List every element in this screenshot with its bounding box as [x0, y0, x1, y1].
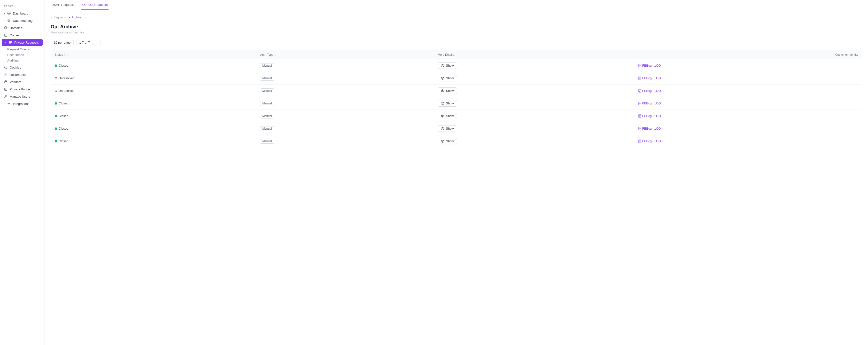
- svg-point-50: [442, 128, 443, 129]
- auth-type-badge: Manual: [260, 101, 274, 106]
- auth-type-cell: Manual: [256, 59, 434, 72]
- customer-identity-cell: FEBcg...1OQ: [634, 110, 862, 122]
- customer-identity-cell: FEBcg...1OQ: [634, 122, 862, 135]
- eye-icon: [441, 89, 444, 92]
- sidebar-item-domains[interactable]: Domains: [0, 24, 44, 31]
- column-header-status[interactable]: Status ▲▼ ▽: [51, 50, 256, 59]
- customer-identity-link[interactable]: FEBcg...1OQ: [639, 101, 858, 105]
- sidebar-item-data-mapping[interactable]: › Data Mapping: [0, 17, 44, 24]
- sidebar-item-manage-users[interactable]: Manage Users: [0, 93, 44, 100]
- table-row: Closed Manual Show: [51, 110, 862, 122]
- documents-icon: [4, 73, 8, 76]
- sidebar-item-label: Dashboard: [13, 12, 28, 15]
- show-button[interactable]: Show: [438, 125, 457, 132]
- svg-point-55: [442, 141, 443, 142]
- auth-type-cell: Manual: [256, 122, 434, 135]
- more-details-cell: Show: [434, 59, 634, 72]
- svg-rect-10: [9, 43, 11, 43]
- show-button[interactable]: Show: [438, 88, 457, 94]
- auth-type-badge: Manual: [260, 114, 274, 119]
- per-page-button[interactable]: 10 per page: [51, 39, 73, 46]
- status-cell: Closed: [51, 97, 256, 110]
- customer-identity-link[interactable]: FEBcg...1OQ: [639, 127, 858, 130]
- chevron-icon: ›: [4, 20, 5, 22]
- column-label-customer-identity: Customer Identity: [835, 53, 858, 57]
- filter-icon-status[interactable]: ▽: [67, 53, 69, 56]
- sidebar-item-label: Privacy Requests: [14, 41, 39, 44]
- pagination-info: 1-7 of 7 ‹ ›: [76, 39, 100, 46]
- file-icon: [639, 89, 641, 93]
- tab-opt-out-requests[interactable]: Opt-Out Requests: [82, 0, 109, 10]
- breadcrumb-link-requests[interactable]: Requests: [54, 16, 66, 19]
- status-dot: [55, 77, 57, 80]
- status-cell: Closed: [51, 59, 256, 72]
- more-details-cell: Show: [434, 122, 634, 135]
- table-controls: 10 per page 1-7 of 7 ‹ ›: [51, 39, 862, 46]
- show-button-label: Show: [446, 127, 454, 130]
- cookies-icon: [4, 65, 8, 69]
- filter-icon-auth-type[interactable]: ▽: [274, 53, 276, 56]
- breadcrumb-link-archive[interactable]: Archive: [72, 16, 82, 19]
- tabs-bar: DSAR Requests Opt-Out Requests: [45, 0, 868, 10]
- svg-rect-8: [9, 41, 12, 42]
- file-icon: [639, 64, 641, 67]
- show-button[interactable]: Show: [438, 62, 457, 69]
- consent-icon: [4, 33, 8, 37]
- show-button[interactable]: Show: [438, 100, 457, 106]
- customer-identity-link[interactable]: FEBcg...1OQ: [639, 114, 858, 118]
- sidebar-item-vendors[interactable]: Vendors: [0, 78, 44, 86]
- show-button-label: Show: [446, 76, 454, 80]
- privacy-badge-icon: [4, 87, 8, 91]
- auth-type-cell: Manual: [256, 97, 434, 110]
- customer-identity-link[interactable]: FEBcg...1OQ: [639, 64, 858, 67]
- data-table: Status ▲▼ ▽ Auth-Type ▽: [51, 50, 862, 148]
- chevron-icon: ›: [4, 102, 5, 105]
- sidebar: Pages › Dashboard › Data Mapping Domains…: [0, 0, 45, 345]
- status-label: Unresolved: [59, 89, 74, 93]
- sub-item-auditing[interactable]: Auditing: [4, 58, 44, 63]
- sidebar-item-privacy-requests[interactable]: ∨ Privacy Requests: [2, 39, 42, 46]
- show-button[interactable]: Show: [438, 75, 457, 82]
- sidebar-item-consent[interactable]: Consent: [0, 31, 44, 39]
- status-dot: [55, 64, 57, 67]
- sidebar-item-cookies[interactable]: Cookies: [0, 64, 44, 71]
- show-button[interactable]: Show: [438, 138, 457, 145]
- status-cell: Closed: [51, 135, 256, 148]
- privacy-requests-icon: [8, 40, 12, 44]
- sidebar-item-documents[interactable]: Documents: [0, 71, 44, 78]
- customer-identity-link[interactable]: FEBcg...1OQ: [639, 139, 858, 143]
- pagination-prev-button[interactable]: ‹: [92, 41, 94, 44]
- sidebar-item-dashboard[interactable]: › Dashboard: [0, 10, 44, 17]
- customer-identity-link[interactable]: FEBcg...1OQ: [639, 76, 858, 80]
- sidebar-item-label: Vendors: [10, 80, 21, 84]
- sidebar-item-privacy-badge[interactable]: Privacy Badge: [0, 86, 44, 93]
- pagination-next-button[interactable]: ›: [96, 41, 98, 44]
- tab-dsar-requests[interactable]: DSAR Requests: [51, 0, 75, 10]
- show-button[interactable]: Show: [438, 113, 457, 119]
- auth-type-badge: Manual: [260, 139, 274, 144]
- page-subtitle: Monitor your opt archive.: [51, 31, 862, 34]
- customer-identity-cell: FEBcg...1OQ: [634, 72, 862, 85]
- file-icon: [639, 114, 641, 118]
- column-label-auth-type: Auth-Type: [260, 53, 273, 57]
- chevron-icon: ›: [4, 12, 5, 15]
- more-details-cell: Show: [434, 97, 634, 110]
- show-button-label: Show: [446, 101, 454, 105]
- file-icon: [639, 127, 641, 130]
- status-dot: [55, 102, 57, 105]
- svg-point-23: [5, 95, 6, 96]
- column-header-more-details: More Details: [434, 50, 634, 59]
- column-header-auth-type[interactable]: Auth-Type ▽: [256, 50, 434, 59]
- show-button-label: Show: [446, 89, 454, 93]
- customer-identity-link[interactable]: FEBcg...1OQ: [639, 89, 858, 93]
- more-details-cell: Show: [434, 72, 634, 85]
- breadcrumb: Requests Archive: [51, 16, 862, 19]
- status-dot: [55, 115, 57, 117]
- status-label: Closed: [59, 114, 68, 118]
- integrations-icon: [7, 102, 11, 106]
- sidebar-item-integrations[interactable]: › Integrations: [0, 100, 44, 107]
- status-label: Closed: [59, 127, 68, 130]
- sub-item-user-report[interactable]: User Report: [4, 52, 44, 58]
- sub-item-request-queue[interactable]: Request Queue: [4, 46, 44, 52]
- auth-type-badge: Manual: [260, 76, 274, 81]
